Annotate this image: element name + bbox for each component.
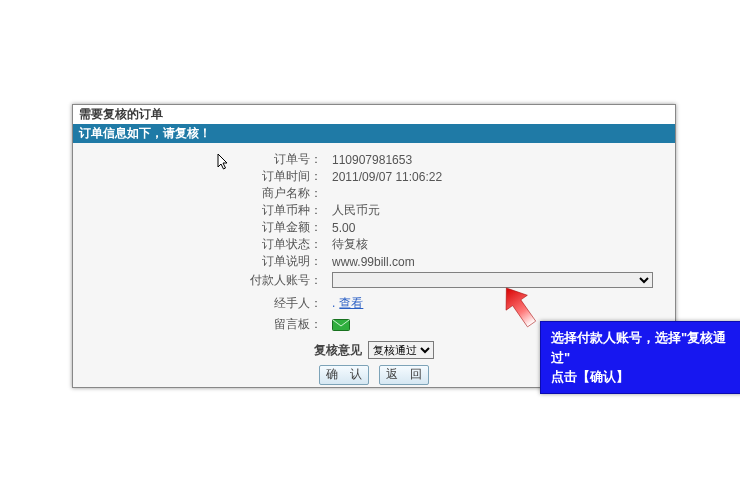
handler-view-link[interactable]: 查看 — [339, 295, 363, 312]
value-order-time: 2011/09/07 11:06:22 — [322, 170, 442, 184]
instruction-callout: 选择付款人账号，选择"复核通过" 点击【确认】 — [540, 321, 740, 394]
row-order-time: 订单时间： 2011/09/07 11:06:22 — [73, 168, 675, 185]
row-handler: 经手人： . 查看 — [73, 290, 675, 316]
back-button[interactable]: 返 回 — [379, 365, 429, 385]
row-payer: 付款人账号： — [73, 270, 675, 290]
row-status: 订单状态： 待复核 — [73, 236, 675, 253]
label-amount: 订单金额： — [73, 219, 322, 236]
row-currency: 订单币种： 人民币元 — [73, 202, 675, 219]
label-merchant: 商户名称： — [73, 185, 322, 202]
callout-line1: 选择付款人账号，选择"复核通过" — [551, 328, 740, 367]
row-amount: 订单金额： 5.00 — [73, 219, 675, 236]
value-status: 待复核 — [322, 236, 368, 253]
value-currency: 人民币元 — [322, 202, 380, 219]
label-handler: 经手人： — [73, 295, 322, 312]
field-rows: 订单号： 110907981653 订单时间： 2011/09/07 11:06… — [73, 143, 675, 333]
payer-account-select[interactable] — [332, 272, 653, 288]
value-payer — [322, 272, 653, 288]
value-desc: www.99bill.com — [322, 255, 415, 269]
mail-icon[interactable] — [332, 319, 350, 331]
value-handler: . 查看 — [322, 295, 363, 312]
confirm-button[interactable]: 确 认 — [319, 365, 369, 385]
value-note — [322, 319, 350, 331]
value-amount: 5.00 — [322, 221, 355, 235]
label-payer: 付款人账号： — [73, 272, 322, 289]
frame-title: 需要复核的订单 — [73, 105, 675, 124]
row-merchant: 商户名称： — [73, 185, 675, 202]
review-opinion-select[interactable]: 复核通过 — [368, 341, 434, 359]
label-status: 订单状态： — [73, 236, 322, 253]
label-desc: 订单说明： — [73, 253, 322, 270]
label-currency: 订单币种： — [73, 202, 322, 219]
row-desc: 订单说明： www.99bill.com — [73, 253, 675, 270]
label-order-no: 订单号： — [73, 151, 322, 168]
dot-icon: . — [332, 296, 335, 310]
callout-line2: 点击【确认】 — [551, 367, 740, 387]
label-order-time: 订单时间： — [73, 168, 322, 185]
value-order-no: 110907981653 — [322, 153, 412, 167]
opinion-label: 复核意见 — [314, 342, 362, 359]
row-order-no: 订单号： 110907981653 — [73, 151, 675, 168]
frame-banner: 订单信息如下，请复核！ — [73, 124, 675, 143]
label-note: 留言板： — [73, 316, 322, 333]
